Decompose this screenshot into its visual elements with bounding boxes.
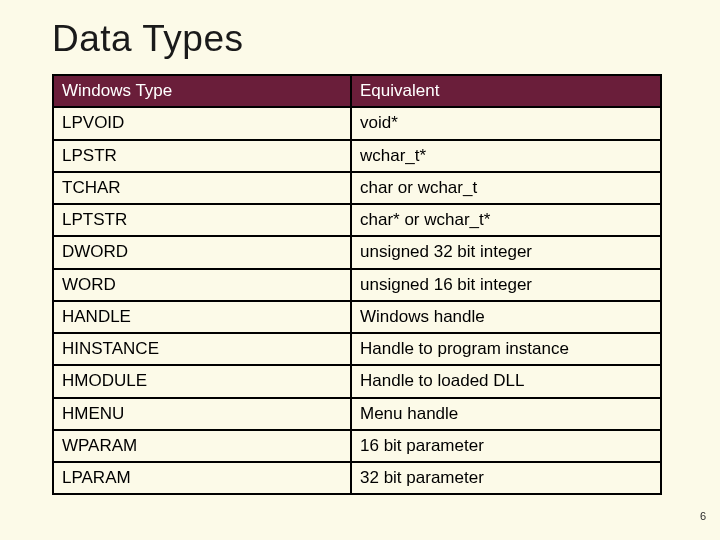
cell-equivalent: Menu handle xyxy=(351,398,661,430)
header-equivalent: Equivalent xyxy=(351,75,661,107)
table-header-row: Windows Type Equivalent xyxy=(53,75,661,107)
cell-equivalent: 16 bit parameter xyxy=(351,430,661,462)
table-row: LPARAM 32 bit parameter xyxy=(53,462,661,494)
table-row: HANDLE Windows handle xyxy=(53,301,661,333)
table-body: LPVOID void* LPSTR wchar_t* TCHAR char o… xyxy=(53,107,661,494)
table-row: WPARAM 16 bit parameter xyxy=(53,430,661,462)
cell-windows-type: HANDLE xyxy=(53,301,351,333)
page-number: 6 xyxy=(700,510,706,522)
cell-windows-type: LPTSTR xyxy=(53,204,351,236)
cell-windows-type: WPARAM xyxy=(53,430,351,462)
table-row: DWORD unsigned 32 bit integer xyxy=(53,236,661,268)
slide: Data Types Windows Type Equivalent LPVOI… xyxy=(0,0,720,540)
table-row: TCHAR char or wchar_t xyxy=(53,172,661,204)
cell-equivalent: Windows handle xyxy=(351,301,661,333)
table-row: HMENU Menu handle xyxy=(53,398,661,430)
cell-windows-type: LPVOID xyxy=(53,107,351,139)
cell-equivalent: unsigned 32 bit integer xyxy=(351,236,661,268)
header-windows-type: Windows Type xyxy=(53,75,351,107)
cell-windows-type: LPARAM xyxy=(53,462,351,494)
table-row: HMODULE Handle to loaded DLL xyxy=(53,365,661,397)
cell-windows-type: LPSTR xyxy=(53,140,351,172)
cell-equivalent: char or wchar_t xyxy=(351,172,661,204)
table-row: WORD unsigned 16 bit integer xyxy=(53,269,661,301)
cell-windows-type: TCHAR xyxy=(53,172,351,204)
table-row: LPTSTR char* or wchar_t* xyxy=(53,204,661,236)
cell-equivalent: Handle to program instance xyxy=(351,333,661,365)
page-title: Data Types xyxy=(52,18,680,60)
table-row: LPVOID void* xyxy=(53,107,661,139)
cell-windows-type: HMENU xyxy=(53,398,351,430)
cell-equivalent: wchar_t* xyxy=(351,140,661,172)
table-row: LPSTR wchar_t* xyxy=(53,140,661,172)
cell-equivalent: void* xyxy=(351,107,661,139)
cell-windows-type: HMODULE xyxy=(53,365,351,397)
table-row: HINSTANCE Handle to program instance xyxy=(53,333,661,365)
cell-windows-type: HINSTANCE xyxy=(53,333,351,365)
cell-equivalent: unsigned 16 bit integer xyxy=(351,269,661,301)
data-types-table: Windows Type Equivalent LPVOID void* LPS… xyxy=(52,74,662,495)
cell-equivalent: 32 bit parameter xyxy=(351,462,661,494)
cell-equivalent: Handle to loaded DLL xyxy=(351,365,661,397)
cell-windows-type: WORD xyxy=(53,269,351,301)
cell-equivalent: char* or wchar_t* xyxy=(351,204,661,236)
cell-windows-type: DWORD xyxy=(53,236,351,268)
